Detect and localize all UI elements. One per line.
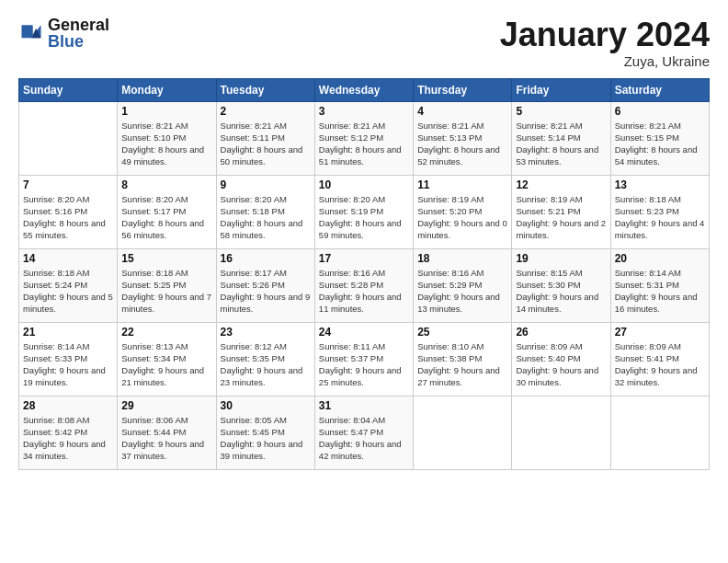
col-saturday: Saturday: [610, 78, 709, 101]
day-info: Sunrise: 8:18 AMSunset: 5:23 PMDaylight:…: [615, 193, 705, 242]
day-info: Sunrise: 8:16 AMSunset: 5:29 PMDaylight:…: [417, 267, 507, 316]
day-info: Sunrise: 8:20 AMSunset: 5:18 PMDaylight:…: [221, 193, 311, 242]
calendar-week-1: 1 Sunrise: 8:21 AMSunset: 5:10 PMDayligh…: [19, 101, 710, 175]
day-info: Sunrise: 8:21 AMSunset: 5:14 PMDaylight:…: [516, 120, 606, 168]
calendar-cell: 21 Sunrise: 8:14 AMSunset: 5:33 PMDaylig…: [19, 322, 118, 396]
day-info: Sunrise: 8:09 AMSunset: 5:41 PMDaylight:…: [615, 340, 705, 389]
calendar-cell: 26 Sunrise: 8:09 AMSunset: 5:40 PMDaylig…: [512, 322, 610, 396]
col-sunday: Sunday: [19, 78, 118, 101]
day-info: Sunrise: 8:21 AMSunset: 5:11 PMDaylight:…: [221, 120, 311, 168]
calendar-cell: 24 Sunrise: 8:11 AMSunset: 5:37 PMDaylig…: [314, 322, 413, 396]
col-tuesday: Tuesday: [216, 78, 314, 101]
day-number: 29: [121, 399, 211, 412]
calendar-table: Sunday Monday Tuesday Wednesday Thursday…: [18, 78, 710, 470]
day-info: Sunrise: 8:12 AMSunset: 5:35 PMDaylight:…: [221, 340, 311, 389]
day-number: 13: [615, 178, 705, 191]
location: Zuya, Ukraine: [500, 53, 710, 69]
logo-text: General Blue: [48, 17, 109, 50]
col-friday: Friday: [512, 78, 610, 101]
day-info: Sunrise: 8:11 AMSunset: 5:37 PMDaylight:…: [319, 340, 409, 389]
day-number: 9: [221, 178, 311, 191]
day-number: 23: [221, 326, 311, 339]
day-number: 4: [417, 105, 507, 118]
calendar-cell: 17 Sunrise: 8:16 AMSunset: 5:28 PMDaylig…: [314, 248, 413, 322]
day-number: 11: [417, 178, 507, 191]
calendar-cell: 4 Sunrise: 8:21 AMSunset: 5:13 PMDayligh…: [414, 101, 512, 175]
day-info: Sunrise: 8:20 AMSunset: 5:17 PMDaylight:…: [121, 193, 211, 242]
calendar-cell: 14 Sunrise: 8:18 AMSunset: 5:24 PMDaylig…: [19, 248, 118, 322]
day-info: Sunrise: 8:05 AMSunset: 5:45 PMDaylight:…: [221, 414, 311, 463]
calendar-cell: 29 Sunrise: 8:06 AMSunset: 5:44 PMDaylig…: [118, 396, 216, 469]
day-number: 7: [23, 178, 113, 191]
logo-general: General: [48, 17, 109, 33]
calendar-cell: [414, 396, 512, 469]
month-title: January 2024: [500, 17, 710, 53]
day-info: Sunrise: 8:15 AMSunset: 5:30 PMDaylight:…: [516, 267, 606, 316]
day-info: Sunrise: 8:21 AMSunset: 5:10 PMDaylight:…: [121, 120, 211, 168]
col-wednesday: Wednesday: [314, 78, 413, 101]
day-number: 31: [319, 399, 409, 412]
day-number: 16: [221, 252, 311, 265]
day-info: Sunrise: 8:14 AMSunset: 5:31 PMDaylight:…: [615, 267, 705, 316]
calendar-week-2: 7 Sunrise: 8:20 AMSunset: 5:16 PMDayligh…: [19, 175, 710, 248]
day-info: Sunrise: 8:18 AMSunset: 5:25 PMDaylight:…: [121, 267, 211, 316]
calendar-cell: 6 Sunrise: 8:21 AMSunset: 5:15 PMDayligh…: [610, 101, 709, 175]
calendar-cell: 27 Sunrise: 8:09 AMSunset: 5:41 PMDaylig…: [610, 322, 709, 396]
day-number: 27: [615, 326, 705, 339]
calendar-cell: 7 Sunrise: 8:20 AMSunset: 5:16 PMDayligh…: [19, 175, 118, 248]
day-number: 21: [23, 326, 113, 339]
calendar-cell: 9 Sunrise: 8:20 AMSunset: 5:18 PMDayligh…: [216, 175, 314, 248]
calendar-cell: [512, 396, 610, 469]
day-number: 1: [121, 105, 211, 118]
calendar-cell: 23 Sunrise: 8:12 AMSunset: 5:35 PMDaylig…: [216, 322, 314, 396]
day-number: 17: [319, 252, 409, 265]
day-number: 24: [319, 326, 409, 339]
calendar-cell: 22 Sunrise: 8:13 AMSunset: 5:34 PMDaylig…: [118, 322, 216, 396]
calendar-cell: 2 Sunrise: 8:21 AMSunset: 5:11 PMDayligh…: [216, 101, 314, 175]
title-block: January 2024 Zuya, Ukraine: [500, 17, 710, 69]
calendar-cell: 30 Sunrise: 8:05 AMSunset: 5:45 PMDaylig…: [216, 396, 314, 469]
calendar-cell: 1 Sunrise: 8:21 AMSunset: 5:10 PMDayligh…: [118, 101, 216, 175]
calendar-week-4: 21 Sunrise: 8:14 AMSunset: 5:33 PMDaylig…: [19, 322, 710, 396]
calendar-cell: 13 Sunrise: 8:18 AMSunset: 5:23 PMDaylig…: [610, 175, 709, 248]
svg-rect-2: [22, 25, 33, 38]
calendar-header-row: Sunday Monday Tuesday Wednesday Thursday…: [19, 78, 710, 101]
day-info: Sunrise: 8:20 AMSunset: 5:19 PMDaylight:…: [319, 193, 409, 242]
calendar-cell: 10 Sunrise: 8:20 AMSunset: 5:19 PMDaylig…: [314, 175, 413, 248]
calendar-cell: 16 Sunrise: 8:17 AMSunset: 5:26 PMDaylig…: [216, 248, 314, 322]
day-number: 19: [516, 252, 606, 265]
calendar-cell: 15 Sunrise: 8:18 AMSunset: 5:25 PMDaylig…: [118, 248, 216, 322]
day-info: Sunrise: 8:18 AMSunset: 5:24 PMDaylight:…: [23, 267, 113, 316]
day-info: Sunrise: 8:04 AMSunset: 5:47 PMDaylight:…: [319, 414, 409, 463]
calendar-cell: 5 Sunrise: 8:21 AMSunset: 5:14 PMDayligh…: [512, 101, 610, 175]
day-number: 28: [23, 399, 113, 412]
header: General Blue January 2024 Zuya, Ukraine: [18, 17, 710, 69]
day-info: Sunrise: 8:21 AMSunset: 5:15 PMDaylight:…: [615, 120, 705, 168]
logo: General Blue: [18, 17, 109, 50]
day-info: Sunrise: 8:19 AMSunset: 5:21 PMDaylight:…: [516, 193, 606, 242]
day-number: 5: [516, 105, 606, 118]
calendar-cell: 8 Sunrise: 8:20 AMSunset: 5:17 PMDayligh…: [118, 175, 216, 248]
day-number: 30: [221, 399, 311, 412]
day-number: 2: [221, 105, 311, 118]
day-info: Sunrise: 8:09 AMSunset: 5:40 PMDaylight:…: [516, 340, 606, 389]
calendar-week-3: 14 Sunrise: 8:18 AMSunset: 5:24 PMDaylig…: [19, 248, 710, 322]
day-number: 14: [23, 252, 113, 265]
day-number: 12: [516, 178, 606, 191]
day-number: 22: [121, 326, 211, 339]
day-info: Sunrise: 8:20 AMSunset: 5:16 PMDaylight:…: [23, 193, 113, 242]
day-info: Sunrise: 8:06 AMSunset: 5:44 PMDaylight:…: [121, 414, 211, 463]
day-info: Sunrise: 8:21 AMSunset: 5:12 PMDaylight:…: [319, 120, 409, 168]
calendar-cell: 11 Sunrise: 8:19 AMSunset: 5:20 PMDaylig…: [414, 175, 512, 248]
day-info: Sunrise: 8:19 AMSunset: 5:20 PMDaylight:…: [417, 193, 507, 242]
day-number: 26: [516, 326, 606, 339]
calendar-cell: 18 Sunrise: 8:16 AMSunset: 5:29 PMDaylig…: [414, 248, 512, 322]
day-info: Sunrise: 8:16 AMSunset: 5:28 PMDaylight:…: [319, 267, 409, 316]
day-info: Sunrise: 8:21 AMSunset: 5:13 PMDaylight:…: [417, 120, 507, 168]
calendar-cell: 12 Sunrise: 8:19 AMSunset: 5:21 PMDaylig…: [512, 175, 610, 248]
day-number: 15: [121, 252, 211, 265]
day-number: 3: [319, 105, 409, 118]
day-info: Sunrise: 8:17 AMSunset: 5:26 PMDaylight:…: [221, 267, 311, 316]
day-number: 8: [121, 178, 211, 191]
day-number: 20: [615, 252, 705, 265]
